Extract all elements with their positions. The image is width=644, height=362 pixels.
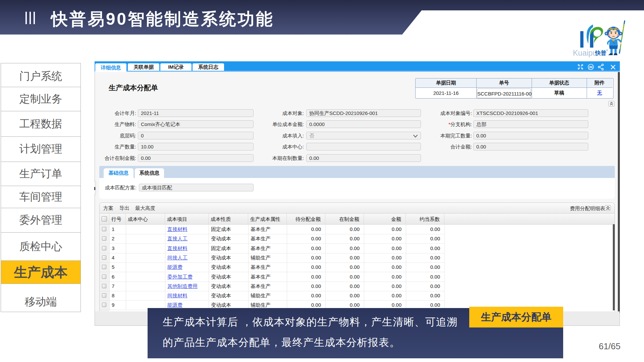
svg-text:®: ® <box>606 49 608 52</box>
svg-text:Kuaipu: Kuaipu <box>573 49 597 57</box>
svg-text:快普: 快普 <box>595 50 606 56</box>
svg-text:IM: IM <box>589 65 593 69</box>
